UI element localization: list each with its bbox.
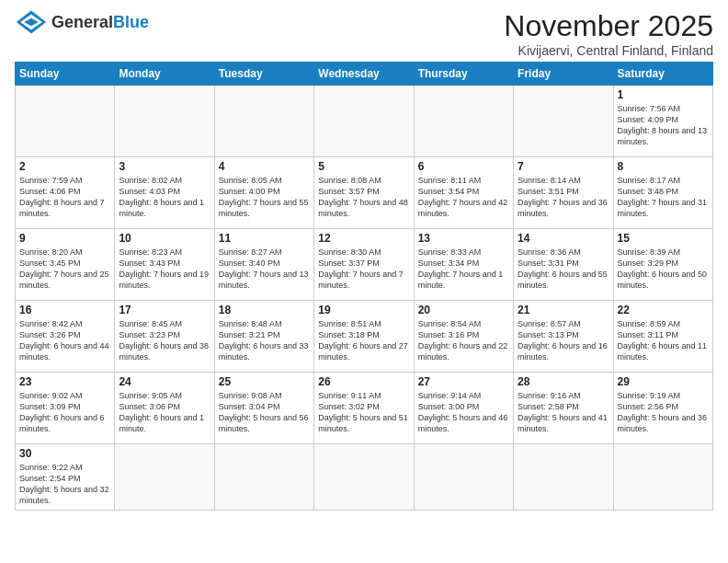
calendar-day-cell: 10Sunrise: 8:23 AM Sunset: 3:43 PM Dayli…	[115, 229, 214, 301]
day-number: 5	[318, 160, 409, 173]
calendar-day-cell	[314, 86, 414, 157]
weekday-header-row: SundayMondayTuesdayWednesdayThursdayFrid…	[16, 63, 713, 86]
day-number: 29	[618, 375, 709, 388]
calendar-day-cell: 23Sunrise: 9:02 AM Sunset: 3:09 PM Dayli…	[16, 373, 115, 444]
day-info: Sunrise: 8:33 AM Sunset: 3:34 PM Dayligh…	[418, 247, 509, 292]
day-number: 30	[19, 447, 110, 460]
day-info: Sunrise: 8:17 AM Sunset: 3:48 PM Dayligh…	[618, 175, 709, 220]
day-info: Sunrise: 9:08 AM Sunset: 3:04 PM Dayligh…	[219, 390, 310, 435]
logo: GeneralBlue	[15, 9, 149, 35]
calendar-day-cell: 19Sunrise: 8:51 AM Sunset: 3:18 PM Dayli…	[314, 301, 414, 373]
calendar-day-cell	[16, 86, 115, 157]
day-number: 19	[318, 304, 409, 316]
calendar-day-cell	[514, 86, 613, 157]
calendar-day-cell: 28Sunrise: 9:16 AM Sunset: 2:58 PM Dayli…	[514, 373, 613, 444]
day-number: 28	[518, 375, 609, 388]
calendar-day-cell: 1Sunrise: 7:56 AM Sunset: 4:09 PM Daylig…	[613, 86, 712, 157]
day-info: Sunrise: 8:20 AM Sunset: 3:45 PM Dayligh…	[19, 247, 110, 292]
calendar-week-row: 2Sunrise: 7:59 AM Sunset: 4:06 PM Daylig…	[16, 157, 713, 229]
day-number: 1	[618, 88, 709, 101]
month-title: November 2025	[504, 9, 713, 43]
day-info: Sunrise: 9:22 AM Sunset: 2:54 PM Dayligh…	[19, 462, 110, 507]
day-number: 8	[618, 160, 709, 173]
logo-text: GeneralBlue	[51, 13, 149, 32]
weekday-header: Monday	[115, 63, 214, 86]
day-number: 14	[518, 232, 609, 245]
calendar-day-cell: 29Sunrise: 9:19 AM Sunset: 2:56 PM Dayli…	[613, 373, 712, 444]
day-number: 10	[119, 232, 210, 245]
day-number: 13	[418, 232, 509, 245]
day-number: 11	[219, 232, 310, 245]
day-info: Sunrise: 8:36 AM Sunset: 3:31 PM Dayligh…	[518, 247, 609, 292]
weekday-header: Thursday	[414, 63, 513, 86]
day-info: Sunrise: 7:59 AM Sunset: 4:06 PM Dayligh…	[19, 175, 110, 220]
calendar-day-cell: 2Sunrise: 7:59 AM Sunset: 4:06 PM Daylig…	[16, 157, 115, 229]
day-info: Sunrise: 8:57 AM Sunset: 3:13 PM Dayligh…	[518, 318, 609, 363]
day-number: 18	[219, 304, 310, 316]
day-number: 3	[119, 160, 210, 173]
day-info: Sunrise: 8:59 AM Sunset: 3:11 PM Dayligh…	[618, 318, 709, 363]
day-number: 25	[219, 375, 310, 388]
day-number: 16	[19, 304, 110, 316]
calendar-day-cell: 30Sunrise: 9:22 AM Sunset: 2:54 PM Dayli…	[16, 444, 115, 511]
calendar-week-row: 23Sunrise: 9:02 AM Sunset: 3:09 PM Dayli…	[16, 373, 713, 444]
day-number: 21	[518, 304, 609, 316]
calendar-week-row: 1Sunrise: 7:56 AM Sunset: 4:09 PM Daylig…	[16, 86, 713, 157]
day-info: Sunrise: 8:23 AM Sunset: 3:43 PM Dayligh…	[119, 247, 210, 292]
day-info: Sunrise: 9:16 AM Sunset: 2:58 PM Dayligh…	[518, 390, 609, 435]
day-info: Sunrise: 8:39 AM Sunset: 3:29 PM Dayligh…	[618, 247, 709, 292]
calendar-day-cell	[214, 86, 313, 157]
day-number: 4	[219, 160, 310, 173]
logo-icon	[15, 9, 48, 35]
calendar-day-cell: 12Sunrise: 8:30 AM Sunset: 3:37 PM Dayli…	[314, 229, 414, 301]
calendar-day-cell: 18Sunrise: 8:48 AM Sunset: 3:21 PM Dayli…	[214, 301, 313, 373]
day-number: 27	[418, 375, 509, 388]
page: GeneralBlue November 2025 Kivijaervi, Ce…	[0, 0, 728, 520]
day-number: 12	[318, 232, 409, 245]
calendar-week-row: 9Sunrise: 8:20 AM Sunset: 3:45 PM Daylig…	[16, 229, 713, 301]
subtitle: Kivijaervi, Central Finland, Finland	[504, 43, 713, 58]
day-number: 23	[19, 375, 110, 388]
weekday-header: Saturday	[613, 63, 712, 86]
day-info: Sunrise: 8:27 AM Sunset: 3:40 PM Dayligh…	[219, 247, 310, 292]
day-info: Sunrise: 8:54 AM Sunset: 3:16 PM Dayligh…	[418, 318, 509, 363]
calendar-day-cell: 26Sunrise: 9:11 AM Sunset: 3:02 PM Dayli…	[314, 373, 414, 444]
calendar-day-cell	[613, 444, 712, 511]
day-number: 6	[418, 160, 509, 173]
calendar-day-cell	[214, 444, 313, 511]
day-number: 24	[119, 375, 210, 388]
calendar-day-cell	[514, 444, 613, 511]
calendar-day-cell: 4Sunrise: 8:05 AM Sunset: 4:00 PM Daylig…	[214, 157, 313, 229]
calendar-day-cell: 17Sunrise: 8:45 AM Sunset: 3:23 PM Dayli…	[115, 301, 214, 373]
day-number: 15	[618, 232, 709, 245]
day-number: 17	[119, 304, 210, 316]
calendar-day-cell: 27Sunrise: 9:14 AM Sunset: 3:00 PM Dayli…	[414, 373, 513, 444]
calendar-day-cell: 7Sunrise: 8:14 AM Sunset: 3:51 PM Daylig…	[514, 157, 613, 229]
calendar-day-cell: 9Sunrise: 8:20 AM Sunset: 3:45 PM Daylig…	[16, 229, 115, 301]
calendar-week-row: 16Sunrise: 8:42 AM Sunset: 3:26 PM Dayli…	[16, 301, 713, 373]
calendar-day-cell: 3Sunrise: 8:02 AM Sunset: 4:03 PM Daylig…	[115, 157, 214, 229]
day-info: Sunrise: 9:11 AM Sunset: 3:02 PM Dayligh…	[318, 390, 409, 435]
day-info: Sunrise: 8:42 AM Sunset: 3:26 PM Dayligh…	[19, 318, 110, 363]
calendar-day-cell	[314, 444, 414, 511]
weekday-header: Friday	[514, 63, 613, 86]
day-info: Sunrise: 7:56 AM Sunset: 4:09 PM Dayligh…	[618, 103, 709, 148]
day-info: Sunrise: 8:08 AM Sunset: 3:57 PM Dayligh…	[318, 175, 409, 220]
day-number: 26	[318, 375, 409, 388]
day-info: Sunrise: 8:51 AM Sunset: 3:18 PM Dayligh…	[318, 318, 409, 363]
calendar-day-cell: 14Sunrise: 8:36 AM Sunset: 3:31 PM Dayli…	[514, 229, 613, 301]
day-info: Sunrise: 8:48 AM Sunset: 3:21 PM Dayligh…	[219, 318, 310, 363]
day-info: Sunrise: 8:02 AM Sunset: 4:03 PM Dayligh…	[119, 175, 210, 220]
calendar-day-cell: 6Sunrise: 8:11 AM Sunset: 3:54 PM Daylig…	[414, 157, 513, 229]
calendar: SundayMondayTuesdayWednesdayThursdayFrid…	[15, 62, 713, 511]
calendar-day-cell	[115, 86, 214, 157]
calendar-day-cell: 24Sunrise: 9:05 AM Sunset: 3:06 PM Dayli…	[115, 373, 214, 444]
calendar-day-cell: 25Sunrise: 9:08 AM Sunset: 3:04 PM Dayli…	[214, 373, 313, 444]
calendar-day-cell	[414, 444, 513, 511]
header: GeneralBlue November 2025 Kivijaervi, Ce…	[15, 9, 713, 58]
calendar-day-cell: 15Sunrise: 8:39 AM Sunset: 3:29 PM Dayli…	[613, 229, 712, 301]
day-number: 20	[418, 304, 509, 316]
calendar-week-row: 30Sunrise: 9:22 AM Sunset: 2:54 PM Dayli…	[16, 444, 713, 511]
calendar-day-cell: 11Sunrise: 8:27 AM Sunset: 3:40 PM Dayli…	[214, 229, 313, 301]
day-number: 9	[19, 232, 110, 245]
